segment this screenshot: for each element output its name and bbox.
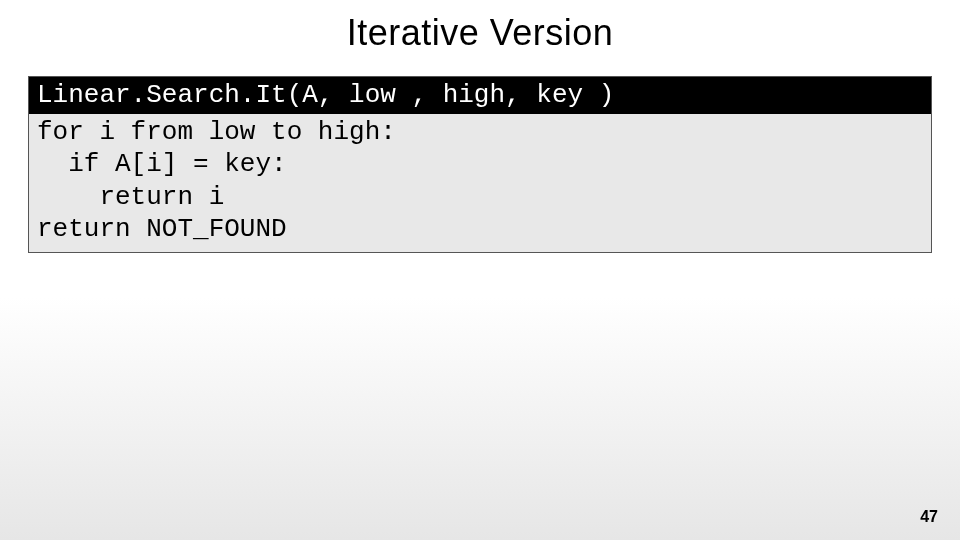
function-body: for i from low to high: if A[i] = key: r… (29, 114, 931, 252)
code-block: Linear.Search.It(A, low , high, key ) fo… (28, 76, 932, 253)
slide-title: Iterative Version (0, 0, 960, 76)
function-signature: Linear.Search.It(A, low , high, key ) (29, 77, 931, 114)
page-number: 47 (920, 508, 938, 526)
